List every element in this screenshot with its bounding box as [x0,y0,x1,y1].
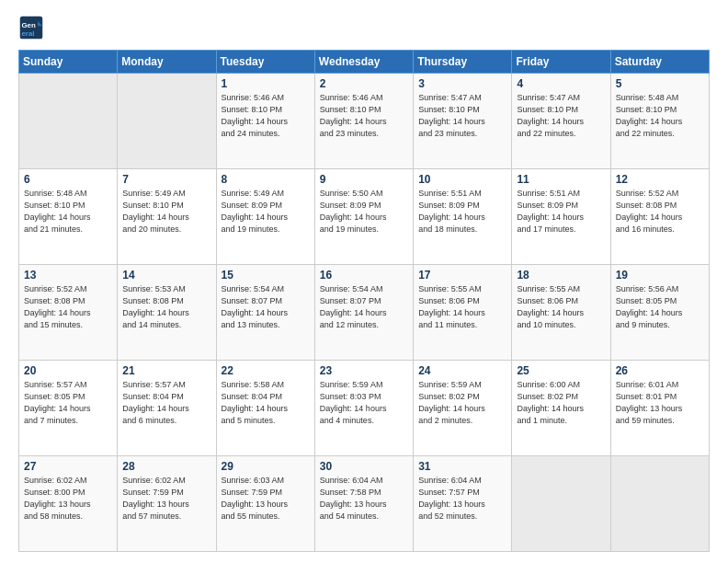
page-header: Gen eral [18,15,710,40]
day-cell: 6Sunrise: 5:48 AM Sunset: 8:10 PM Daylig… [19,169,118,265]
header-row: SundayMondayTuesdayWednesdayThursdayFrid… [19,51,710,74]
day-info: Sunrise: 5:51 AM Sunset: 8:09 PM Dayligh… [418,188,506,236]
day-number: 25 [517,364,605,377]
week-row-2: 6Sunrise: 5:48 AM Sunset: 8:10 PM Daylig… [19,169,710,265]
day-cell: 18Sunrise: 5:55 AM Sunset: 8:06 PM Dayli… [512,265,610,361]
day-number: 12 [616,173,704,186]
day-cell: 13Sunrise: 5:52 AM Sunset: 8:08 PM Dayli… [19,265,118,361]
week-row-1: 1Sunrise: 5:46 AM Sunset: 8:10 PM Daylig… [19,74,710,169]
calendar-table: SundayMondayTuesdayWednesdayThursdayFrid… [18,50,710,552]
day-cell [19,74,118,169]
day-info: Sunrise: 5:58 AM Sunset: 8:04 PM Dayligh… [222,379,310,427]
day-header-friday: Friday [512,51,610,74]
day-number: 16 [320,269,408,282]
day-info: Sunrise: 6:02 AM Sunset: 8:00 PM Dayligh… [24,475,112,523]
day-number: 18 [517,269,605,282]
day-number: 19 [616,269,704,282]
day-number: 5 [616,77,704,90]
day-number: 22 [222,364,310,377]
day-cell [118,74,216,169]
day-number: 9 [320,173,408,186]
calendar-header: SundayMondayTuesdayWednesdayThursdayFrid… [19,51,710,74]
day-info: Sunrise: 5:55 AM Sunset: 8:06 PM Dayligh… [517,283,605,331]
day-cell: 16Sunrise: 5:54 AM Sunset: 8:07 PM Dayli… [314,265,413,361]
day-info: Sunrise: 5:49 AM Sunset: 8:10 PM Dayligh… [122,188,210,236]
day-info: Sunrise: 5:52 AM Sunset: 8:08 PM Dayligh… [616,188,704,236]
day-number: 26 [616,364,704,377]
day-cell: 3Sunrise: 5:47 AM Sunset: 8:10 PM Daylig… [414,74,512,169]
day-info: Sunrise: 5:56 AM Sunset: 8:05 PM Dayligh… [616,283,704,331]
day-number: 21 [122,364,210,377]
day-cell: 28Sunrise: 6:02 AM Sunset: 7:59 PM Dayli… [118,456,216,552]
day-cell: 25Sunrise: 6:00 AM Sunset: 8:02 PM Dayli… [512,361,610,456]
day-number: 30 [320,460,408,473]
day-cell: 27Sunrise: 6:02 AM Sunset: 8:00 PM Dayli… [19,456,118,552]
day-number: 1 [222,77,310,90]
day-header-wednesday: Wednesday [314,51,413,74]
day-number: 20 [24,364,112,377]
day-cell: 30Sunrise: 6:04 AM Sunset: 7:58 PM Dayli… [314,456,413,552]
day-info: Sunrise: 5:50 AM Sunset: 8:09 PM Dayligh… [320,188,408,236]
day-cell: 11Sunrise: 5:51 AM Sunset: 8:09 PM Dayli… [512,169,610,265]
day-header-tuesday: Tuesday [216,51,314,74]
day-number: 3 [418,77,506,90]
day-info: Sunrise: 5:49 AM Sunset: 8:09 PM Dayligh… [222,188,310,236]
day-number: 27 [24,460,112,473]
day-cell: 9Sunrise: 5:50 AM Sunset: 8:09 PM Daylig… [314,169,413,265]
day-cell [512,456,610,552]
day-info: Sunrise: 5:59 AM Sunset: 8:03 PM Dayligh… [320,379,408,427]
week-row-5: 27Sunrise: 6:02 AM Sunset: 8:00 PM Dayli… [19,456,710,552]
day-number: 8 [222,173,310,186]
day-info: Sunrise: 5:54 AM Sunset: 8:07 PM Dayligh… [222,283,310,331]
day-info: Sunrise: 5:55 AM Sunset: 8:06 PM Dayligh… [418,283,506,331]
day-info: Sunrise: 5:47 AM Sunset: 8:10 PM Dayligh… [517,92,605,140]
day-number: 2 [320,77,408,90]
day-cell: 15Sunrise: 5:54 AM Sunset: 8:07 PM Dayli… [216,265,314,361]
logo-icon: Gen eral [18,15,44,40]
svg-text:Gen: Gen [22,21,36,29]
day-number: 31 [418,460,506,473]
day-header-thursday: Thursday [414,51,512,74]
day-info: Sunrise: 5:48 AM Sunset: 8:10 PM Dayligh… [24,188,112,236]
day-info: Sunrise: 5:53 AM Sunset: 8:08 PM Dayligh… [122,283,210,331]
day-info: Sunrise: 5:59 AM Sunset: 8:02 PM Dayligh… [418,379,506,427]
day-cell: 26Sunrise: 6:01 AM Sunset: 8:01 PM Dayli… [610,361,709,456]
day-info: Sunrise: 5:51 AM Sunset: 8:09 PM Dayligh… [517,188,605,236]
day-number: 28 [122,460,210,473]
day-info: Sunrise: 6:02 AM Sunset: 7:59 PM Dayligh… [122,475,210,523]
day-info: Sunrise: 6:03 AM Sunset: 7:59 PM Dayligh… [222,475,310,523]
day-cell: 23Sunrise: 5:59 AM Sunset: 8:03 PM Dayli… [314,361,413,456]
day-cell: 8Sunrise: 5:49 AM Sunset: 8:09 PM Daylig… [216,169,314,265]
logo: Gen eral [18,15,48,40]
day-header-monday: Monday [118,51,216,74]
day-info: Sunrise: 5:57 AM Sunset: 8:05 PM Dayligh… [24,379,112,427]
day-number: 6 [24,173,112,186]
day-cell [610,456,709,552]
week-row-3: 13Sunrise: 5:52 AM Sunset: 8:08 PM Dayli… [19,265,710,361]
day-cell: 17Sunrise: 5:55 AM Sunset: 8:06 PM Dayli… [414,265,512,361]
day-number: 17 [418,269,506,282]
day-info: Sunrise: 5:47 AM Sunset: 8:10 PM Dayligh… [418,92,506,140]
day-cell: 22Sunrise: 5:58 AM Sunset: 8:04 PM Dayli… [216,361,314,456]
day-info: Sunrise: 6:00 AM Sunset: 8:02 PM Dayligh… [517,379,605,427]
day-number: 13 [24,269,112,282]
day-cell: 4Sunrise: 5:47 AM Sunset: 8:10 PM Daylig… [512,74,610,169]
day-number: 7 [122,173,210,186]
day-number: 29 [222,460,310,473]
day-cell: 2Sunrise: 5:46 AM Sunset: 8:10 PM Daylig… [314,74,413,169]
day-number: 23 [320,364,408,377]
day-info: Sunrise: 6:04 AM Sunset: 7:57 PM Dayligh… [418,475,506,523]
day-info: Sunrise: 5:52 AM Sunset: 8:08 PM Dayligh… [24,283,112,331]
day-cell: 5Sunrise: 5:48 AM Sunset: 8:10 PM Daylig… [610,74,709,169]
day-number: 15 [222,269,310,282]
day-number: 11 [517,173,605,186]
day-info: Sunrise: 5:48 AM Sunset: 8:10 PM Dayligh… [616,92,704,140]
day-cell: 20Sunrise: 5:57 AM Sunset: 8:05 PM Dayli… [19,361,118,456]
day-number: 24 [418,364,506,377]
day-cell: 21Sunrise: 5:57 AM Sunset: 8:04 PM Dayli… [118,361,216,456]
day-header-sunday: Sunday [19,51,118,74]
page-container: Gen eral SundayMondayTuesdayWednesdayThu… [0,0,728,563]
day-number: 10 [418,173,506,186]
svg-text:eral: eral [22,29,35,38]
day-number: 4 [517,77,605,90]
